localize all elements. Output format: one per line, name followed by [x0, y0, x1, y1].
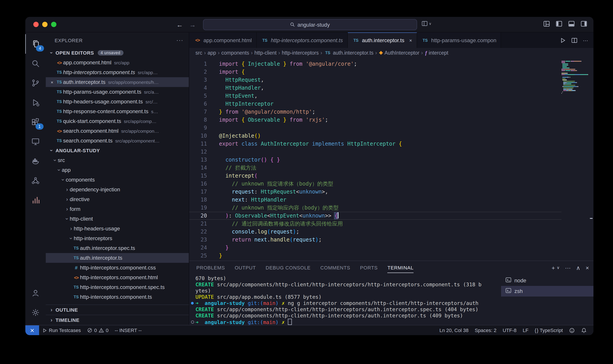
activity-account[interactable] [25, 283, 46, 303]
breadcrumb-item[interactable]: ❖AuthInterceptor [379, 50, 419, 56]
encoding-setting[interactable]: UTF-8 [500, 325, 520, 335]
activity-bar-chart[interactable] [25, 190, 46, 210]
tree-file-auth.interceptor.spec.ts[interactable]: TSauth.interceptor.spec.ts [46, 243, 189, 253]
tree-folder-src[interactable]: ›src [46, 155, 189, 165]
close-panel-icon[interactable]: × [586, 264, 589, 271]
code-line[interactable]: 1import { Injectable } from '@angular/co… [189, 60, 561, 68]
code-area[interactable]: 1import { Injectable } from '@angular/co… [189, 60, 561, 260]
open-editor-item[interactable]: <>app.component.htmlsrc/app [46, 58, 189, 67]
panel-tab-ports[interactable]: PORTS [360, 262, 378, 273]
breadcrumb-item[interactable]: ƒintercept [425, 50, 448, 55]
open-editor-item[interactable]: TSsearch.component.tssrc/app/component… [46, 136, 189, 146]
open-editor-item[interactable]: TShttp-response-content.component.tss… [46, 106, 189, 116]
panel-tab-debug-console[interactable]: DEBUG CONSOLE [266, 262, 310, 273]
run-file-icon[interactable] [560, 37, 566, 43]
activity-search[interactable] [25, 54, 46, 73]
overview-ruler[interactable] [589, 60, 593, 260]
code-editor[interactable]: 1import { Injectable } from '@angular/co… [189, 58, 593, 260]
breadcrumb-item[interactable]: TSauth.interceptor.ts [324, 50, 373, 55]
command-center-search[interactable]: angular-study [203, 19, 417, 30]
editor-tab[interactable]: TShttp-params-usage.compon [417, 32, 501, 48]
open-editor-item[interactable]: <>search.component.htmlsrc/app/compon… [46, 126, 189, 136]
customize-layout-icon[interactable] [543, 20, 550, 27]
activity-remote-explorer[interactable] [25, 132, 46, 151]
close-icon[interactable]: × [409, 38, 412, 43]
breadcrumb-item[interactable]: components [221, 50, 249, 55]
open-editor-item[interactable]: TShttp-interceptors.component.tssrc/app… [46, 67, 189, 77]
breadcrumb-item[interactable]: http-client [254, 50, 277, 55]
terminal-list-item-node[interactable]: node [501, 275, 593, 286]
remote-indicator[interactable] [25, 325, 39, 335]
panel-tab-problems[interactable]: PROBLEMS [196, 262, 225, 273]
code-line[interactable]: 6 HttpInterceptor [189, 100, 561, 108]
code-line[interactable]: 23 return next.handle(request); [189, 236, 561, 244]
code-line[interactable]: 14 // 拦截方法 [189, 164, 561, 172]
activity-settings[interactable] [25, 303, 46, 322]
code-line[interactable]: 21 // 通过回调函数将修改店的请求头回传给应用 [189, 220, 561, 228]
editor-tab[interactable]: <>app.component.html [189, 32, 256, 48]
activity-explorer[interactable]: 4 [25, 34, 46, 54]
code-line[interactable]: 7} from '@angular/common/http'; [189, 108, 561, 116]
tree-file-http-interceptors.component.html[interactable]: <>http-interceptors.component.html [46, 273, 189, 282]
tree-file-http-interceptors.component.spec.ts[interactable]: TShttp-interceptors.component.spec.ts [46, 282, 189, 292]
code-line[interactable]: 12 [189, 148, 561, 156]
tree-folder-http-headers-usage[interactable]: ›http-headers-usage [46, 224, 189, 234]
tree-folder-app[interactable]: ›app [46, 165, 189, 175]
new-terminal-icon[interactable]: + [551, 264, 555, 271]
tree-folder-http-interceptors[interactable]: ›http-interceptors [46, 234, 189, 243]
more-actions-icon[interactable]: ··· [583, 37, 588, 43]
toggle-secondary-sidebar-icon[interactable] [581, 20, 587, 27]
code-line[interactable]: 25} [189, 252, 561, 260]
code-line[interactable]: 11export class AuthInterceptor implement… [189, 140, 561, 148]
navigate-forward-icon[interactable]: → [189, 21, 196, 28]
code-line[interactable]: 19 // unknown 指定响应内容（body）的类型 [189, 204, 561, 212]
panel-tab-terminal[interactable]: TERMINAL [387, 262, 413, 273]
tree-folder-form[interactable]: ›form [46, 204, 189, 214]
breadcrumb-item[interactable]: app [207, 50, 216, 55]
activity-docker[interactable] [25, 151, 46, 171]
code-line[interactable]: 20 ): Observable<HttpEvent<unknown>> { [189, 212, 561, 220]
cursor-position[interactable]: Ln 20, Col 38 [436, 325, 472, 335]
editor-tab[interactable]: TShttp-interceptors.component.ts [256, 32, 347, 48]
more-actions-icon[interactable]: ··· [565, 264, 571, 271]
close-icon[interactable]: × [48, 80, 55, 85]
panel-tab-comments[interactable]: COMMENTS [320, 262, 350, 273]
tree-folder-dependency-injection[interactable]: ›dependency-injection [46, 185, 189, 195]
notifications-bell[interactable] [578, 325, 590, 335]
tree-file-http-interceptors.component.ts[interactable]: TShttp-interceptors.component.ts [46, 292, 189, 302]
split-editor-icon[interactable] [571, 37, 577, 43]
tree-folder-components[interactable]: ›components [46, 175, 189, 185]
terminal-list-item-zsh[interactable]: zsh [501, 286, 593, 297]
close-window-button[interactable] [33, 22, 39, 27]
code-line[interactable]: 3 HttpRequest, [189, 76, 561, 84]
code-line[interactable]: 4 HttpHandler, [189, 84, 561, 92]
project-section-header[interactable]: › ANGULAR-STUDY [46, 146, 189, 155]
problems-indicator[interactable]: 0 0 [84, 325, 112, 335]
outline-section-header[interactable]: › OUTLINE [46, 304, 189, 315]
breadcrumb-item[interactable]: src [195, 50, 202, 55]
zoom-window-button[interactable] [51, 22, 56, 27]
minimize-window-button[interactable] [42, 22, 48, 27]
vim-mode-indicator[interactable]: -- INSERT -- [111, 325, 145, 335]
chevron-down-icon[interactable]: ∨ [557, 265, 560, 270]
open-editor-item[interactable]: ×TSauth.interceptor.tssrc/app/components… [46, 77, 189, 87]
code-line[interactable]: 10@Injectable() [189, 132, 561, 140]
language-mode[interactable]: { } TypeScript [532, 325, 566, 335]
eol-setting[interactable]: LF [520, 325, 532, 335]
toggle-primary-sidebar-icon[interactable] [556, 20, 562, 27]
timeline-section-header[interactable]: › TIMELINE [46, 315, 189, 325]
more-actions-icon[interactable]: ··· [176, 37, 184, 43]
terminal-output[interactable]: 670 bytes)CREATE src/app/components/http… [189, 274, 501, 325]
code-line[interactable]: 8import { Observable } from 'rxjs'; [189, 116, 561, 124]
code-line[interactable]: 5 HttpEvent, [189, 92, 561, 100]
tree-folder-http-client[interactable]: ›http-client [46, 214, 189, 224]
code-line[interactable]: 13 constructor() { } [189, 156, 561, 164]
maximize-panel-icon[interactable]: ∧ [576, 264, 580, 271]
open-editor-item[interactable]: TSquick-start.component.tssrc/app/comp… [46, 116, 189, 126]
activity-run-debug[interactable] [25, 93, 46, 112]
open-editors-header[interactable]: › OPEN EDITORS 4 unsaved [46, 48, 189, 58]
tree-file-auth.interceptor.ts[interactable]: TSauth.interceptor.ts [46, 253, 189, 263]
activity-extensions[interactable]: 1 [25, 112, 46, 132]
navigate-back-icon[interactable]: ← [176, 21, 183, 28]
tree-folder-directive[interactable]: ›directive [46, 195, 189, 204]
